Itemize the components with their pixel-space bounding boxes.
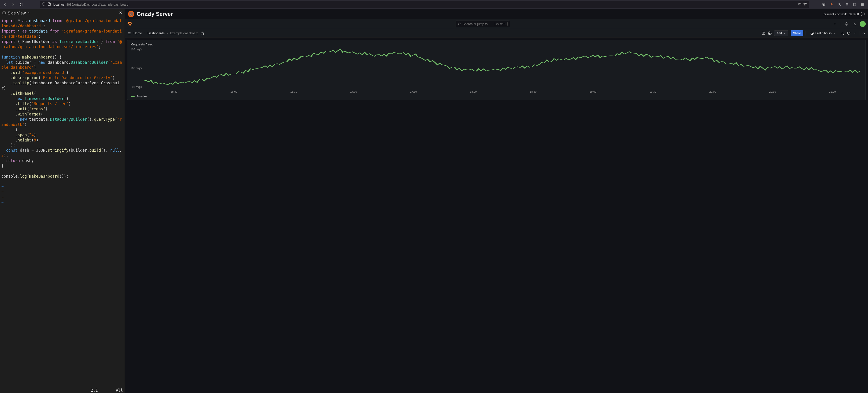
side-panel: Side View import * as dashboard from '@g… bbox=[0, 9, 125, 393]
legend-label: A-series bbox=[136, 95, 147, 98]
add-menu-button[interactable]: Add bbox=[774, 30, 788, 36]
vim-scroll-pos: All bbox=[116, 388, 123, 393]
rss-icon[interactable] bbox=[852, 22, 856, 26]
svg-point-4 bbox=[129, 24, 131, 26]
y-axis: 105 req/s 100 req/s 95 req/s bbox=[130, 48, 144, 89]
chevron-down-icon[interactable] bbox=[28, 11, 31, 15]
favorite-star-icon[interactable] bbox=[200, 31, 205, 35]
help-icon[interactable] bbox=[844, 22, 848, 26]
page-info-icon bbox=[48, 2, 51, 6]
zoom-out-icon[interactable] bbox=[840, 31, 844, 35]
shield-icon bbox=[42, 2, 46, 6]
reader-icon[interactable] bbox=[798, 2, 802, 6]
svg-point-1 bbox=[839, 3, 840, 4]
vim-status-bar: 2,1 All bbox=[0, 388, 125, 393]
side-view-title: Side View bbox=[8, 11, 26, 15]
account-icon[interactable] bbox=[837, 2, 842, 7]
svg-point-9 bbox=[769, 33, 770, 34]
svg-rect-3 bbox=[3, 12, 5, 14]
forward-button[interactable] bbox=[10, 1, 16, 8]
info-icon[interactable]: i bbox=[861, 12, 865, 16]
legend-swatch bbox=[131, 96, 134, 97]
svg-point-7 bbox=[846, 25, 847, 25]
search-input[interactable]: Search or jump to... ⌘ ctrl+k bbox=[456, 21, 510, 27]
svg-rect-2 bbox=[854, 3, 856, 6]
side-view-icon bbox=[2, 11, 6, 15]
avatar[interactable] bbox=[860, 21, 866, 27]
extensions-icon[interactable] bbox=[844, 2, 849, 7]
pocket-icon[interactable] bbox=[822, 2, 826, 7]
save-icon[interactable] bbox=[762, 31, 766, 35]
context-label: current context: bbox=[824, 12, 847, 16]
search-icon bbox=[458, 22, 461, 26]
grizzly-logo-icon: 🐻 bbox=[128, 11, 134, 17]
settings-gear-icon[interactable] bbox=[768, 31, 772, 35]
refresh-icon[interactable] bbox=[846, 31, 850, 35]
downloads-icon[interactable] bbox=[829, 2, 834, 7]
time-range-picker[interactable]: Last 6 hours bbox=[808, 31, 838, 36]
timeseries-panel[interactable]: Requests / sec 105 req/s 100 req/s 95 re… bbox=[127, 40, 866, 100]
chart-legend[interactable]: A-series bbox=[130, 93, 862, 98]
search-kbd-hint: ⌘ ctrl+k bbox=[495, 22, 507, 26]
grafana-logo-icon[interactable] bbox=[127, 21, 132, 27]
collapse-icon[interactable] bbox=[862, 31, 866, 35]
svg-point-5 bbox=[458, 23, 460, 25]
grafana-pane: 🐻 Grizzly Server current context: defaul… bbox=[125, 9, 868, 393]
breadcrumb-current: Example dashboard bbox=[170, 31, 198, 35]
hamburger-menu-icon[interactable] bbox=[860, 2, 865, 7]
context-value: default bbox=[849, 12, 859, 16]
code-editor[interactable]: import * as dashboard from '@grafana/gra… bbox=[0, 18, 125, 388]
refresh-interval-chevron-icon[interactable] bbox=[853, 31, 857, 35]
close-icon[interactable] bbox=[119, 11, 122, 15]
share-button[interactable]: Share bbox=[790, 30, 804, 36]
panel-title: Requests / sec bbox=[130, 42, 862, 46]
x-axis: 15:3016:0016:3017:0017:3018:0018:3019:00… bbox=[130, 89, 862, 93]
breadcrumb-dashboards[interactable]: Dashboards bbox=[148, 31, 165, 35]
reload-button[interactable] bbox=[18, 1, 25, 8]
address-bar[interactable]: localhost:8080/grizzly/Dashboard/example… bbox=[40, 1, 809, 8]
bookmark-star-icon[interactable] bbox=[803, 2, 807, 6]
server-title: Grizzly Server bbox=[137, 11, 173, 17]
back-button[interactable] bbox=[2, 1, 8, 8]
browser-toolbar: localhost:8080/grizzly/Dashboard/example… bbox=[0, 0, 868, 9]
chart-area bbox=[144, 48, 862, 89]
add-icon[interactable] bbox=[833, 22, 837, 26]
url-text: localhost:8080/grizzly/Dashboard/example… bbox=[53, 3, 128, 6]
menu-toggle-icon[interactable] bbox=[127, 31, 131, 35]
library-icon[interactable] bbox=[852, 2, 857, 7]
vim-cursor-pos: 2,1 bbox=[91, 388, 98, 393]
breadcrumb-home[interactable]: Home bbox=[133, 31, 142, 35]
